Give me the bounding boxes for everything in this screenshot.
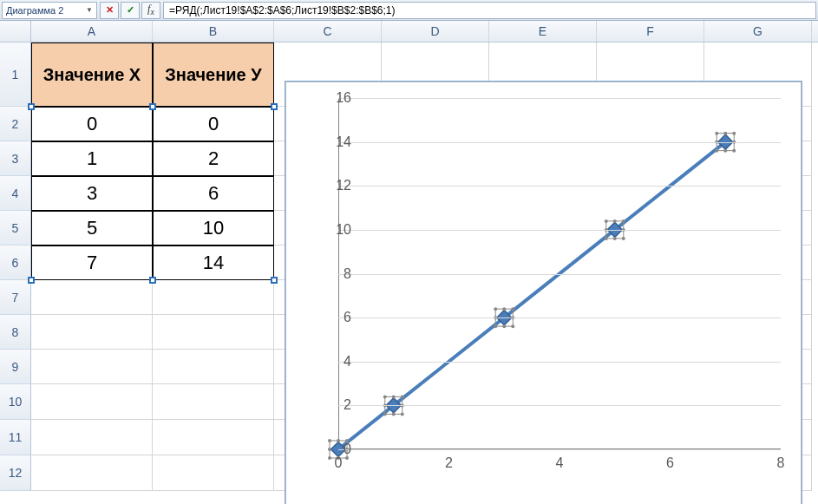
- cell[interactable]: [31, 455, 153, 491]
- cell[interactable]: 14: [153, 245, 274, 280]
- cell[interactable]: 5: [31, 211, 153, 245]
- col-header-C[interactable]: C: [274, 21, 382, 42]
- selection-handle-dot: [723, 132, 727, 135]
- cell[interactable]: [153, 315, 274, 350]
- gridline: [338, 449, 781, 450]
- col-header-A[interactable]: A: [31, 21, 153, 42]
- x-tick-label: 4: [556, 455, 564, 471]
- x-tick-label: 0: [335, 455, 343, 471]
- selection-handle-dot: [401, 412, 404, 416]
- name-box[interactable]: Диаграмма 2 ▼: [2, 2, 97, 19]
- selection-handle-dot: [622, 219, 625, 223]
- y-tick-label: 16: [325, 90, 351, 106]
- cell[interactable]: [31, 420, 153, 455]
- fx-icon: fx: [147, 3, 154, 16]
- plot-area[interactable]: [338, 98, 781, 449]
- cell[interactable]: [31, 280, 153, 315]
- cell[interactable]: Значение Х: [31, 43, 153, 107]
- row-header-5[interactable]: 5: [0, 211, 31, 245]
- cell[interactable]: [153, 384, 274, 420]
- col-header-B[interactable]: B: [153, 21, 274, 42]
- cell[interactable]: 3: [31, 176, 153, 211]
- gridline: [338, 317, 781, 318]
- y-tick-label: 10: [325, 222, 351, 238]
- x-tick-label: 6: [666, 455, 674, 471]
- selection-handle-dot: [401, 395, 404, 398]
- range-handle[interactable]: [271, 103, 278, 110]
- col-header-D[interactable]: D: [382, 21, 489, 42]
- selection-handle-dot: [494, 324, 497, 328]
- selection-handle-dot: [383, 412, 387, 416]
- chart-object[interactable]: 024681012141602468: [285, 82, 802, 504]
- range-handle[interactable]: [271, 277, 278, 284]
- cell[interactable]: 6: [153, 176, 274, 211]
- range-handle[interactable]: [149, 277, 156, 284]
- row-header-7[interactable]: 7: [0, 280, 31, 315]
- enter-formula-button[interactable]: ✓: [121, 2, 140, 19]
- name-box-dropdown-icon[interactable]: ▼: [86, 6, 93, 14]
- row-header-12[interactable]: 12: [0, 455, 31, 491]
- col-header-F[interactable]: F: [597, 21, 704, 42]
- selection-handle-dot: [392, 412, 396, 416]
- cell[interactable]: 10: [153, 211, 274, 245]
- row-header-4[interactable]: 4: [0, 176, 31, 211]
- name-box-value: Диаграмма 2: [6, 5, 63, 16]
- select-all-corner[interactable]: [0, 21, 31, 42]
- selection-handle-dot: [732, 149, 736, 153]
- fx-button[interactable]: fx: [141, 2, 160, 19]
- formula-bar: Диаграмма 2 ▼ ✕ ✓ fx =РЯД(;Лист19!$A$2:$…: [0, 0, 818, 21]
- selection-handle-dot: [502, 324, 506, 328]
- cell[interactable]: 2: [153, 141, 274, 176]
- cell[interactable]: 1: [31, 141, 153, 176]
- row-header-9[interactable]: 9: [0, 350, 31, 384]
- y-tick-label: 4: [325, 354, 351, 370]
- spreadsheet-grid[interactable]: A B C D E F G 1Значение ХЗначение У20031…: [0, 21, 818, 504]
- y-tick-label: 2: [325, 397, 351, 413]
- column-headers: A B C D E F G: [0, 21, 818, 43]
- row-header-8[interactable]: 8: [0, 315, 31, 350]
- cell[interactable]: [153, 280, 274, 315]
- selection-handle-dot: [715, 149, 718, 153]
- range-handle[interactable]: [28, 103, 35, 110]
- cell[interactable]: [31, 384, 153, 420]
- selection-handle-dot: [732, 132, 736, 135]
- selection-handle-dot: [383, 395, 387, 398]
- cell[interactable]: Значение У: [153, 43, 274, 107]
- selection-handle-dot: [511, 324, 514, 328]
- range-handle[interactable]: [149, 103, 156, 110]
- cell[interactable]: [153, 350, 274, 384]
- row-header-2[interactable]: 2: [0, 107, 31, 141]
- selection-handle-dot: [613, 237, 617, 240]
- cell[interactable]: [31, 350, 153, 384]
- cell[interactable]: [153, 455, 274, 491]
- row-header-3[interactable]: 3: [0, 141, 31, 176]
- row-header-10[interactable]: 10: [0, 384, 31, 420]
- cancel-formula-button[interactable]: ✕: [100, 2, 119, 19]
- y-tick-label: 14: [325, 134, 351, 150]
- gridline: [338, 98, 781, 99]
- row-header-11[interactable]: 11: [0, 420, 31, 455]
- col-header-E[interactable]: E: [489, 21, 597, 42]
- formula-input[interactable]: =РЯД(;Лист19!$A$2:$A$6;Лист19!$B$2:$B$6;…: [163, 2, 816, 19]
- cell[interactable]: 0: [153, 107, 274, 141]
- cell[interactable]: 0: [31, 107, 153, 141]
- y-tick-label: 6: [325, 310, 351, 325]
- selection-handle-dot: [605, 219, 608, 223]
- x-tick-label: 8: [777, 455, 785, 471]
- col-header-G[interactable]: G: [704, 21, 812, 42]
- selection-handle-dot: [622, 237, 625, 240]
- range-handle[interactable]: [28, 277, 35, 284]
- y-tick-label: 8: [325, 266, 351, 282]
- cell[interactable]: [153, 420, 274, 455]
- gridline: [338, 362, 781, 363]
- cell[interactable]: 7: [31, 245, 153, 280]
- selection-handle-dot: [723, 149, 727, 153]
- gridline: [338, 405, 781, 406]
- gridline: [338, 230, 781, 231]
- row-header-1[interactable]: 1: [0, 43, 31, 107]
- y-tick-label: 12: [325, 178, 351, 193]
- selection-handle-dot: [715, 132, 718, 135]
- row-header-6[interactable]: 6: [0, 245, 31, 280]
- cell[interactable]: [31, 315, 153, 350]
- selection-handle-dot: [392, 395, 396, 398]
